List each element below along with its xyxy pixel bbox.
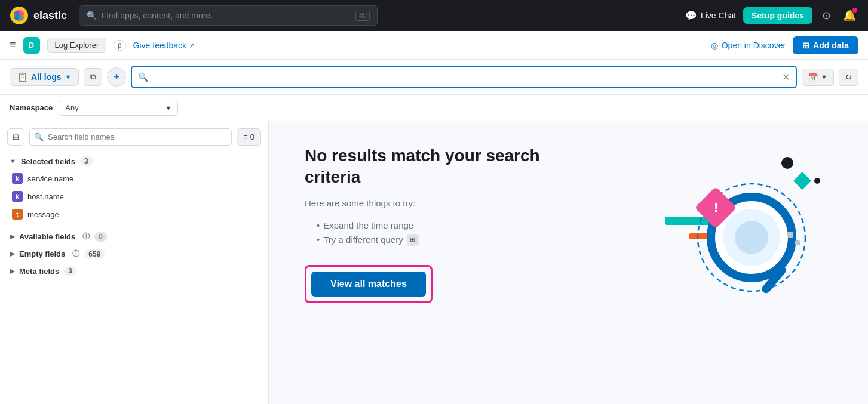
no-results-illustration: ! [641,145,832,312]
field-type-k-badge-2: k [12,191,23,202]
setup-guides-button[interactable]: Setup guides [743,7,812,24]
svg-point-18 [735,221,768,254]
suggestion-item-1: • Expand the time range [317,220,556,230]
open-in-discover-button[interactable]: ◎ Open in Discover [711,41,786,50]
refresh-button[interactable]: ↻ [839,69,858,86]
chevron-right-meta: ▶ [10,267,14,275]
live-chat-label: Live Chat [701,11,736,20]
chevron-down-icon-date: ▼ [821,73,827,81]
suggestion-item-2: • Try a different query ⊞ [317,234,556,246]
field-search-wrap: 🔍 [29,128,232,146]
logo-text: elastic [33,10,67,22]
notifications-button[interactable]: 🔔 [841,7,858,24]
sidebar-toolbar: ⊞ 🔍 ≡ 0 [7,128,261,146]
refresh-icon: ↻ [845,73,852,82]
chat-icon: 💬 [685,10,697,21]
global-search[interactable]: 🔍 ⌘/ [79,5,378,26]
available-fields-label: Available fields [19,232,75,241]
search-icon: 🔍 [87,11,97,20]
all-logs-button[interactable]: 📋 All logs ▼ [10,68,79,86]
view-all-matches-button-wrap: View all matches [305,265,433,303]
bullet-icon-2: • [317,235,320,245]
beta-badge: β [114,40,125,51]
field-name-service-name: service.name [27,174,73,183]
chevron-right-available: ▶ [10,233,14,240]
filter-icon: ⧉ [90,72,96,81]
top-navigation: elastic 🔍 ⌘/ 💬 Live Chat Setup guides ⊙ … [0,0,868,31]
namespace-value: Any [65,103,78,112]
filter-button[interactable]: ⧉ [84,68,102,86]
logs-icon: 📋 [17,72,27,82]
suggestion-text-1: Expand the time range [323,220,413,230]
add-data-label: Add data [813,41,849,50]
meta-fields-label: Meta fields [19,267,59,276]
external-link-icon: ↗ [189,41,195,50]
empty-fields-info-icon[interactable]: ⓘ [72,249,79,259]
no-results-title: No results match your search criteria [305,145,556,189]
svg-point-4 [19,11,24,20]
query-input[interactable]: redis [152,72,782,82]
query-input-wrap: 🔍 redis ✕ [131,66,797,88]
available-fields-section[interactable]: ▶ Available fields ⓘ 0 [7,228,261,245]
user-avatar-button[interactable]: D [23,37,40,54]
field-item-message[interactable]: t message [7,205,261,223]
field-search-icon: 🔍 [34,132,44,141]
sidebar: ⊞ 🔍 ≡ 0 ▼ Selected fields 3 k service.na… [0,121,269,404]
field-type-k-badge: k [12,173,23,184]
app-name-button[interactable]: Log Explorer [47,38,107,53]
empty-fields-label: Empty fields [19,249,65,258]
svg-rect-16 [795,240,800,245]
give-feedback-button[interactable]: Give feedback ↗ [133,41,195,50]
compass-icon: ◎ [711,41,718,50]
help-icon: ⊙ [822,10,831,21]
namespace-label: Namespace [10,103,53,112]
field-name-host-name: host.name [27,192,64,201]
view-all-matches-button[interactable]: View all matches [311,272,426,297]
namespace-row: Namespace Any ▼ [0,95,868,121]
svg-point-13 [781,157,793,169]
secondary-navigation: ≡ D Log Explorer β Give feedback ↗ ◎ Ope… [0,31,868,60]
chevron-down-icon-namespace: ▼ [165,104,171,112]
selected-fields-count: 3 [80,156,93,166]
meta-fields-count: 3 [64,266,76,276]
give-feedback-label: Give feedback [133,41,187,50]
empty-fields-section[interactable]: ▶ Empty fields ⓘ 659 [7,245,261,263]
add-filter-button[interactable]: + [107,67,126,87]
svg-rect-15 [787,232,793,238]
query-search-icon: 🔍 [138,72,148,82]
svg-point-14 [814,178,820,184]
add-data-icon: ⊞ [802,41,809,50]
sidebar-columns-button[interactable]: ⊞ [7,128,24,146]
no-results-subtitle: Here are some things to try: [305,198,556,208]
meta-fields-section[interactable]: ▶ Meta fields 3 [7,263,261,279]
date-picker-button[interactable]: 📅 ▼ [802,69,834,86]
empty-fields-count: 659 [84,249,105,259]
field-item-service-name[interactable]: k service.name [7,169,261,187]
namespace-select[interactable]: Any ▼ [59,100,178,116]
query-help-icon[interactable]: ⊞ [407,234,419,246]
no-results-section: No results match your search criteria He… [305,145,556,303]
global-search-input[interactable] [102,11,351,20]
elastic-logo[interactable]: elastic [10,6,67,25]
main-content: ⊞ 🔍 ≡ 0 ▼ Selected fields 3 k service.na… [0,121,868,404]
chevron-down-icon: ▼ [65,73,72,81]
clear-query-button[interactable]: ✕ [782,72,790,83]
field-filter-count[interactable]: ≡ 0 [237,128,261,146]
chevron-right-empty: ▶ [10,250,14,258]
notification-dot [852,8,857,13]
available-fields-info-icon[interactable]: ⓘ [82,232,90,242]
selected-fields-section[interactable]: ▼ Selected fields 3 [7,153,261,169]
hamburger-menu-button[interactable]: ≡ [10,39,16,51]
all-logs-label: All logs [31,72,62,82]
filter-count-value: 0 [250,132,254,141]
field-search-input[interactable] [29,128,232,146]
live-chat-button[interactable]: 💬 Live Chat [685,10,736,21]
field-item-host-name[interactable]: k host.name [7,187,261,205]
bullet-icon-1: • [317,220,320,230]
add-data-button[interactable]: ⊞ Add data [793,36,858,54]
chevron-down-selected: ▼ [10,158,16,165]
illustration-svg: ! [641,145,832,312]
help-icon-button[interactable]: ⊙ [820,7,833,24]
suggestion-text-2: Try a different query [323,235,403,245]
available-fields-count: 0 [94,232,107,242]
